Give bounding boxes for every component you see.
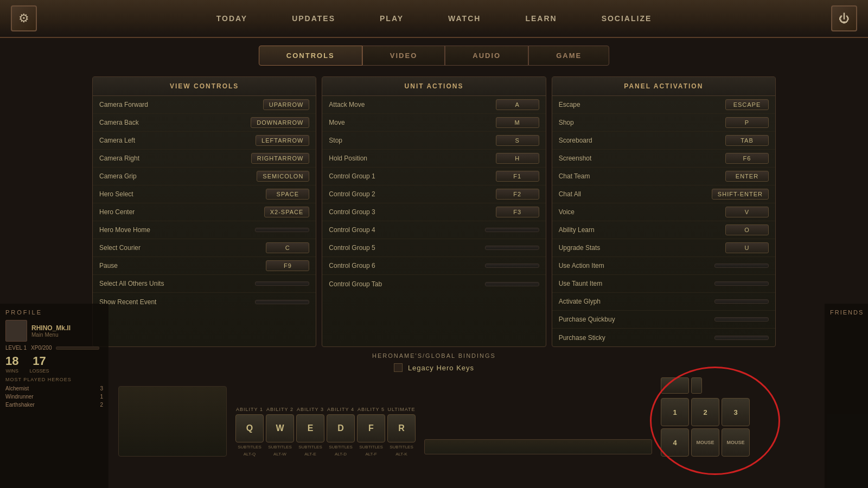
nav-item-play[interactable]: PLAY	[358, 9, 426, 28]
ability-key-4[interactable]: F	[357, 414, 385, 442]
key-badge[interactable]: F3	[496, 207, 539, 217]
key-badge[interactable]: S	[496, 135, 539, 146]
nav-item-updates[interactable]: UPDATES	[270, 9, 358, 28]
control-label: Hero Move Home	[99, 226, 255, 234]
key-badge[interactable]	[714, 264, 769, 268]
control-label: Purchase Sticky	[559, 334, 714, 342]
control-label: Control Group 4	[329, 226, 484, 234]
num-key-0-0[interactable]: 1	[661, 398, 689, 426]
key-badge[interactable]: LEFTARROW	[256, 135, 309, 146]
key-badge[interactable]	[714, 281, 769, 286]
control-label: Purchase Quickbuy	[559, 316, 714, 323]
control-label: Ability Learn	[559, 226, 725, 234]
num-key-0-1[interactable]: 2	[691, 398, 719, 426]
key-badge[interactable]	[714, 299, 769, 304]
key-badge[interactable]: F1	[496, 171, 539, 182]
key-badge[interactable]	[255, 228, 309, 232]
key-badge[interactable]: C	[266, 242, 309, 253]
key-badge[interactable]: M	[496, 117, 539, 128]
key-badge[interactable]: A	[496, 99, 539, 110]
ability-key-2[interactable]: E	[296, 414, 324, 442]
key-badge[interactable]: SHIFT-ENTER	[712, 189, 769, 200]
bottom-section: HERONAME'S/GLOBAL BINDINGS Legacy Hero K…	[92, 352, 776, 457]
key-badge[interactable]: F9	[266, 260, 309, 271]
ability-key-0[interactable]: Q	[235, 414, 264, 442]
key-badge[interactable]: SPACE	[266, 189, 309, 200]
control-label: Voice	[559, 208, 725, 216]
power-icon[interactable]: ⏻	[831, 5, 857, 31]
key-badge[interactable]	[714, 317, 769, 322]
control-label: Scoreboard	[559, 137, 725, 144]
control-row: EscapeESCAPE	[552, 96, 775, 114]
key-badge[interactable]	[714, 336, 769, 340]
num-key-0-2[interactable]: 3	[722, 398, 750, 426]
key-badge[interactable]: UPARROW	[263, 99, 310, 110]
control-label: Stop	[329, 137, 495, 144]
key-badge[interactable]: V	[725, 207, 769, 217]
nav-item-watch[interactable]: WATCH	[426, 9, 503, 28]
control-row: Purchase Quickbuy	[552, 311, 775, 329]
numpad-row-0: 123	[661, 398, 750, 426]
control-label: Hold Position	[329, 155, 495, 162]
key-badge[interactable]: H	[496, 153, 539, 164]
key-badge[interactable]: SEMICOLON	[257, 171, 309, 182]
tab-video[interactable]: VIDEO	[362, 46, 445, 66]
tab-audio[interactable]: AUDIO	[445, 46, 528, 66]
key-badge[interactable]	[255, 300, 309, 304]
ability-labels-row: Ability 1Ability 2Ability 3Ability 4Abil…	[235, 407, 416, 412]
unit-actions-header: UNIT ACTIONS	[322, 77, 545, 96]
tab-controls[interactable]: CONTROLS	[259, 46, 362, 66]
legacy-keys-checkbox[interactable]	[394, 363, 403, 372]
key-badge[interactable]	[255, 281, 309, 286]
tab-game[interactable]: GAME	[528, 46, 609, 66]
ability-label-2: Ability 3	[296, 407, 324, 412]
control-row: Hero CenterX2-SPACE	[93, 203, 316, 221]
key-badge[interactable]	[485, 264, 539, 268]
key-badge[interactable]: ESCAPE	[725, 99, 769, 110]
control-row: Camera BackDOWNARROW	[93, 114, 316, 132]
key-badge[interactable]	[485, 282, 539, 286]
control-row: PauseF9	[93, 257, 316, 275]
key-badge[interactable]: F6	[725, 153, 769, 164]
nav-item-learn[interactable]: LEARN	[503, 9, 579, 28]
control-row: Show Recent Event	[93, 293, 316, 311]
ability-key-3[interactable]: D	[327, 414, 355, 442]
key-badge[interactable]: X2-SPACE	[264, 207, 310, 217]
key-badge[interactable]: DOWNARROW	[251, 117, 309, 128]
level-row: LEVEL 1 XP0/200	[5, 345, 103, 351]
num-key-1-0[interactable]: 4	[661, 428, 689, 457]
ability-key-1[interactable]: W	[266, 414, 294, 442]
key-badge[interactable]	[485, 228, 539, 232]
key-badge[interactable]: U	[725, 242, 769, 253]
control-label: Pause	[99, 262, 266, 269]
nav-item-today[interactable]: TODAY	[194, 9, 270, 28]
key-badge[interactable]: RIGHTARROW	[251, 153, 310, 164]
profile-subtitle: Main Menu	[31, 332, 71, 338]
control-row: MoveM	[322, 114, 545, 132]
extra-key-small	[691, 377, 702, 394]
nav-item-socialize[interactable]: SOCIALIZE	[579, 9, 674, 28]
key-badge[interactable]: ENTER	[725, 171, 769, 182]
num-key-1-2[interactable]: MOUSE	[722, 428, 750, 457]
settings-icon[interactable]: ⚙	[11, 5, 37, 31]
control-label: Camera Grip	[99, 172, 257, 180]
key-badge[interactable]: P	[725, 117, 769, 128]
alt-label-1: ALT-W	[266, 452, 294, 457]
key-badge[interactable]	[485, 246, 539, 250]
control-row: Camera LeftLEFTARROW	[93, 132, 316, 150]
control-label: Chat All	[559, 190, 712, 198]
losses-label: LOSSES	[29, 368, 49, 374]
ability-key-5[interactable]: R	[387, 414, 416, 442]
key-badge[interactable]: F2	[496, 189, 539, 200]
key-badge[interactable]: O	[725, 224, 769, 235]
control-row: ScoreboardTAB	[552, 132, 775, 150]
hero-list-item: Windrunner1	[5, 393, 103, 401]
control-label: Select All Others Units	[99, 280, 255, 287]
key-badge[interactable]: TAB	[725, 135, 769, 146]
hero-list-item: Alchemist3	[5, 384, 103, 393]
losses-item: 17 LOSSES	[29, 354, 49, 374]
profile-name: RHINO_Mk.II	[31, 324, 71, 332]
num-key-1-1[interactable]: MOUSE	[691, 428, 719, 457]
control-row: Camera ForwardUPARROW	[93, 96, 316, 114]
profile-section: PROFILE RHINO_Mk.II Main Menu LEVEL 1 XP…	[0, 304, 108, 488]
